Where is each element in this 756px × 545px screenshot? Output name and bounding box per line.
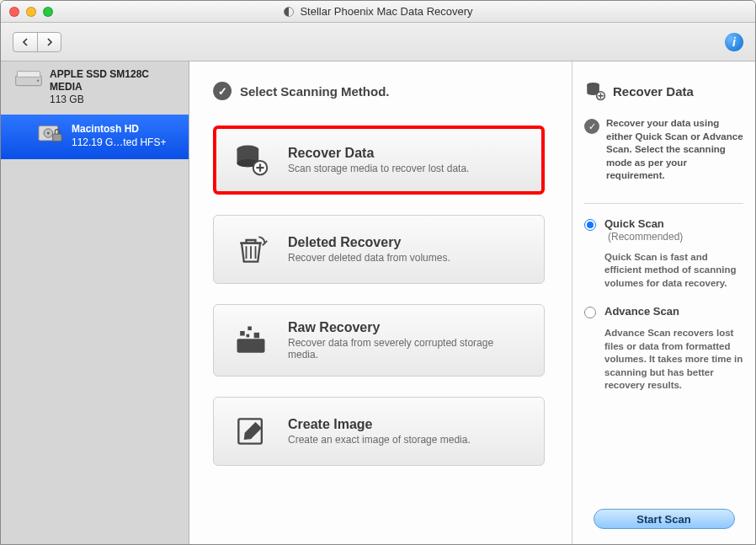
card-create-image[interactable]: Create Image Create an exact image of st… (213, 397, 545, 466)
start-scan-label: Start Scan (636, 513, 690, 526)
svg-point-6 (47, 132, 50, 135)
section-heading: ✓ Select Scanning Method. (213, 82, 556, 100)
right-panel-footer: Start Scan (584, 509, 743, 532)
volume-name: Macintosh HD (72, 123, 166, 136)
radio-label: Advance Scan (604, 305, 679, 318)
radio-input[interactable] (584, 219, 596, 231)
main-panel: ✓ Select Scanning Method. Recover Data S… (189, 61, 572, 544)
zoom-window-button[interactable] (43, 7, 53, 17)
radio-texts: Advance Scan (604, 305, 679, 318)
card-desc: Recover deleted data from volumes. (288, 252, 450, 264)
radio-quick-scan[interactable]: Quick Scan (Recommended) (584, 217, 743, 243)
window-controls (9, 7, 53, 17)
nav-button-group (13, 32, 61, 52)
card-title: Raw Recovery (288, 320, 525, 335)
app-logo-icon (283, 6, 295, 18)
card-desc: Create an exact image of storage media. (288, 434, 471, 446)
svg-rect-11 (237, 339, 265, 353)
forward-button[interactable] (37, 33, 61, 51)
back-button[interactable] (13, 33, 37, 51)
svg-rect-2 (17, 72, 40, 77)
right-panel-note-text: Recover your data using either Quick Sca… (606, 117, 743, 183)
svg-point-0 (285, 7, 295, 17)
drive-size: 113 GB (50, 94, 180, 106)
radio-texts: Quick Scan (Recommended) (604, 217, 743, 243)
card-title: Deleted Recovery (288, 235, 450, 250)
right-panel-heading: Recover Data (584, 80, 743, 102)
drive-name: APPLE SSD SM128C MEDIA (50, 68, 180, 94)
card-title: Recover Data (288, 146, 469, 161)
external-drive-icon (14, 68, 43, 90)
start-scan-button[interactable]: Start Scan (594, 509, 735, 529)
radio-advance-desc: Advance Scan recovers lost files or data… (604, 327, 743, 393)
svg-rect-15 (247, 334, 250, 338)
window-title: Stellar Phoenix Mac Data Recovery (1, 5, 755, 18)
svg-point-3 (37, 80, 39, 82)
window-title-text: Stellar Phoenix Mac Data Recovery (300, 5, 472, 18)
hdd-lock-icon (38, 123, 63, 145)
titlebar: Stellar Phoenix Mac Data Recovery (1, 1, 755, 23)
radio-label-text: Advance Scan (604, 305, 679, 318)
card-raw-recovery[interactable]: Raw Recovery Recover data from severely … (213, 304, 545, 377)
radio-advance-scan[interactable]: Advance Scan (584, 305, 743, 318)
app-window: Stellar Phoenix Mac Data Recovery i APPL… (0, 0, 756, 545)
trash-restore-icon (232, 231, 269, 268)
radio-hint: (Recommended) (608, 231, 683, 243)
right-panel-title: Recover Data (613, 84, 694, 99)
card-desc: Recover data from severely corrupted sto… (288, 337, 525, 361)
svg-rect-13 (248, 327, 252, 331)
card-texts: Raw Recovery Recover data from severely … (288, 320, 525, 361)
chevron-left-icon (21, 38, 29, 46)
card-title: Create Image (288, 417, 471, 432)
svg-rect-12 (240, 331, 245, 336)
volume-texts: Macintosh HD 112.19 G…ted HFS+ (72, 123, 166, 149)
radio-input[interactable] (584, 307, 596, 318)
database-plus-icon (232, 142, 269, 179)
info-button[interactable]: i (725, 33, 743, 51)
sidebar-drive-row[interactable]: APPLE SSD SM128C MEDIA 113 GB (1, 61, 189, 115)
card-texts: Create Image Create an exact image of st… (288, 417, 471, 446)
database-plus-icon (584, 80, 606, 102)
section-title-text: Select Scanning Method. (240, 84, 390, 99)
divider (584, 203, 743, 204)
card-desc: Scan storage media to recover lost data. (288, 163, 469, 174)
radio-quick-desc: Quick Scan is fast and efficient method … (604, 251, 743, 291)
close-window-button[interactable] (9, 7, 19, 17)
info-icon: i (732, 35, 736, 49)
radio-label-text: Quick Scan (604, 217, 664, 230)
svg-rect-14 (254, 333, 259, 338)
radio-label: Quick Scan (Recommended) (604, 217, 743, 243)
card-texts: Deleted Recovery Recover deleted data fr… (288, 235, 450, 264)
sidebar: APPLE SSD SM128C MEDIA 113 GB Macintosh … (1, 61, 189, 544)
card-deleted-recovery[interactable]: Deleted Recovery Recover deleted data fr… (213, 215, 545, 284)
chevron-right-icon (45, 38, 54, 46)
content-body: APPLE SSD SM128C MEDIA 113 GB Macintosh … (1, 61, 755, 544)
volume-detail: 112.19 G…ted HFS+ (72, 136, 166, 150)
card-texts: Recover Data Scan storage media to recov… (288, 146, 469, 174)
drive-texts: APPLE SSD SM128C MEDIA 113 GB (50, 68, 180, 106)
edit-document-icon (232, 413, 269, 450)
toolbar: i (1, 23, 755, 61)
sidebar-volume-row[interactable]: Macintosh HD 112.19 G…ted HFS+ (1, 115, 189, 159)
right-panel: Recover Data ✓ Recover your data using e… (572, 61, 755, 544)
fragments-icon (232, 322, 269, 359)
minimize-window-button[interactable] (26, 7, 36, 17)
svg-rect-7 (53, 134, 62, 142)
right-panel-note: ✓ Recover your data using either Quick S… (584, 117, 743, 183)
card-recover-data[interactable]: Recover Data Scan storage media to recov… (213, 126, 545, 195)
check-icon: ✓ (213, 82, 232, 100)
check-icon: ✓ (584, 119, 599, 134)
